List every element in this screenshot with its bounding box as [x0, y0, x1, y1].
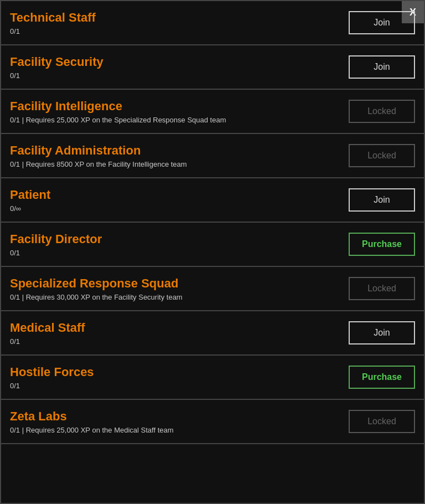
main-window: X Technical Staff0/1JoinFacility Securit…: [0, 0, 425, 504]
locked-button-facility-intelligence: Locked: [349, 100, 415, 123]
team-row-medical-staff: Medical Staff0/1Join: [1, 311, 424, 356]
team-row-facility-intelligence: Facility Intelligence0/1 | Requires 25,0…: [1, 90, 424, 134]
purchase-button-facility-director[interactable]: Purchase: [349, 233, 415, 256]
team-action-patient: Join: [349, 188, 415, 212]
join-button-medical-staff[interactable]: Join: [349, 321, 415, 344]
team-action-specialized-response-squad: Locked: [349, 277, 415, 300]
locked-button-facility-administration: Locked: [349, 144, 415, 167]
team-action-medical-staff: Join: [349, 321, 415, 344]
team-row-facility-security: Facility Security0/1Join: [1, 45, 424, 90]
team-row-specialized-response-squad: Specialized Response Squad0/1 | Requires…: [1, 267, 424, 311]
team-action-technical-staff: Join: [349, 11, 415, 34]
team-action-facility-director: Purchase: [349, 233, 415, 256]
join-button-patient[interactable]: Join: [349, 188, 415, 212]
team-row-facility-director: Facility Director0/1Purchase: [1, 223, 424, 267]
join-button-technical-staff[interactable]: Join: [349, 11, 415, 34]
team-action-hostile-forces: Purchase: [349, 366, 415, 389]
locked-button-zeta-labs: Locked: [349, 410, 415, 433]
team-list: Technical Staff0/1JoinFacility Security0…: [1, 1, 424, 444]
team-action-facility-security: Join: [349, 55, 415, 79]
purchase-button-hostile-forces[interactable]: Purchase: [349, 366, 415, 389]
team-row-patient: Patient0/∞Join: [1, 178, 424, 223]
team-action-facility-intelligence: Locked: [349, 100, 415, 123]
team-action-zeta-labs: Locked: [349, 410, 415, 433]
join-button-facility-security[interactable]: Join: [349, 55, 415, 79]
team-row-hostile-forces: Hostile Forces0/1Purchase: [1, 356, 424, 400]
team-action-facility-administration: Locked: [349, 144, 415, 167]
locked-button-specialized-response-squad: Locked: [349, 277, 415, 300]
team-row-facility-administration: Facility Administration0/1 | Requires 85…: [1, 134, 424, 178]
team-row-zeta-labs: Zeta Labs0/1 | Requires 25,000 XP on the…: [1, 400, 424, 444]
team-row-technical-staff: Technical Staff0/1Join: [1, 1, 424, 45]
